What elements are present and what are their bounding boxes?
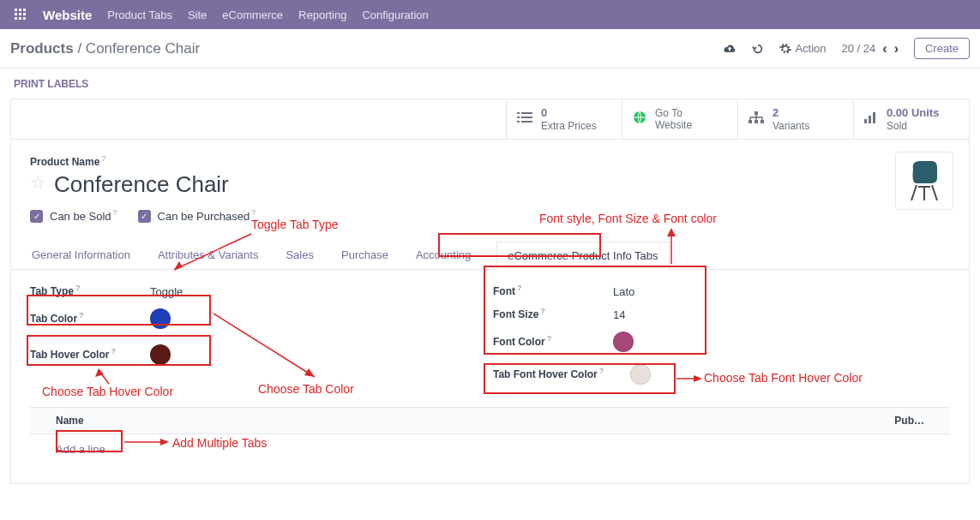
field-tab-color: Tab Color? [30, 308, 287, 329]
menu-reporting[interactable]: Reporting [298, 9, 346, 21]
svg-rect-20 [864, 119, 867, 123]
right-column: Font? Lato Font Size? 14 Font Color? Tab… [493, 285, 750, 400]
tab-type-value[interactable]: Toggle [150, 285, 183, 298]
undo-icon[interactable] [752, 43, 764, 55]
tab-accounting[interactable]: Accounting [414, 242, 472, 269]
tab-content: Tab Type? Toggle Tab Color? Tab Hover Co… [11, 270, 969, 407]
tab-sales[interactable]: Sales [284, 242, 316, 269]
create-button[interactable]: Create [914, 38, 970, 59]
field-font-color: Font Color? [493, 332, 750, 352]
svg-rect-12 [521, 117, 532, 118]
top-menu-bar: Website Product Tabs Site eCommerce Repo… [0, 0, 980, 29]
product-name[interactable]: Conference Chair [54, 171, 229, 198]
app-brand[interactable]: Website [43, 8, 92, 22]
tab-font-hover-color-swatch[interactable] [630, 364, 651, 385]
tab-general-information[interactable]: General Information [30, 242, 132, 269]
product-name-label: Product Name [30, 156, 99, 168]
can-be-sold-checkbox[interactable]: ✓ Can be Sold? [30, 210, 117, 223]
stat-variants[interactable]: 2Variants [737, 99, 853, 139]
svg-rect-6 [15, 17, 17, 20]
menu-configuration[interactable]: Configuration [362, 9, 428, 21]
breadcrumb-bar: Products / Conference Chair Action 20 / … [0, 29, 980, 69]
can-be-purchased-checkbox[interactable]: ✓ Can be Purchased? [138, 210, 256, 223]
menu-site[interactable]: Site [188, 9, 207, 21]
th-name: Name [56, 415, 881, 427]
breadcrumb-actions: Action 20 / 24 ‹ › Create [723, 38, 970, 59]
font-color-swatch[interactable] [613, 332, 634, 352]
bar-chart-icon [864, 111, 878, 126]
stat-goto-website[interactable]: Go ToWebsite [622, 99, 737, 139]
tab-purchase[interactable]: Purchase [340, 242, 390, 269]
globe-icon [633, 111, 646, 127]
pager-next[interactable]: › [894, 41, 899, 57]
breadcrumb: Products / Conference Chair [10, 40, 200, 57]
favorite-star-icon[interactable]: ☆ [30, 172, 45, 193]
product-image[interactable] [895, 152, 953, 210]
menu-ecommerce[interactable]: eCommerce [222, 9, 283, 21]
table-header: Name Pub… [30, 407, 950, 434]
svg-rect-17 [749, 120, 752, 123]
check-icon: ✓ [30, 210, 43, 223]
svg-rect-4 [19, 13, 21, 15]
add-a-line-button[interactable]: Add a line [30, 434, 950, 464]
check-icon: ✓ [138, 210, 151, 223]
svg-rect-18 [755, 120, 758, 123]
svg-rect-0 [15, 9, 17, 11]
tab-color-swatch[interactable] [150, 308, 171, 329]
form-container: 0Extra Prices Go ToWebsite 2Variants 0.0… [10, 99, 970, 484]
svg-rect-21 [869, 116, 871, 123]
cloud-upload-icon[interactable] [723, 43, 737, 55]
apps-icon[interactable] [14, 8, 27, 21]
field-font: Font? Lato [493, 285, 750, 298]
tab-hover-color-swatch[interactable] [150, 344, 171, 365]
th-pub: Pub… [881, 415, 924, 427]
field-tab-hover-color: Tab Hover Color? [30, 344, 287, 365]
action-dropdown[interactable]: Action [779, 42, 826, 55]
form-body: Product Name? ☆ Conference Chair ✓ Can b… [11, 140, 969, 230]
stat-extra-prices[interactable]: 0Extra Prices [506, 99, 622, 139]
svg-rect-3 [15, 13, 17, 15]
tab-attributes-variants[interactable]: Attributes & Variants [156, 242, 261, 269]
menu-product-tabs[interactable]: Product Tabs [107, 9, 172, 21]
print-labels-button[interactable]: PRINT LABELS [14, 78, 88, 90]
svg-rect-8 [23, 17, 26, 20]
svg-rect-14 [521, 121, 532, 123]
tab-ecommerce-product-info-tabs[interactable]: eCommerce Product Info Tabs [496, 242, 669, 270]
font-value[interactable]: Lato [613, 285, 634, 298]
svg-rect-7 [19, 17, 21, 20]
pager-text: 20 / 24 [842, 42, 876, 55]
gear-icon [779, 43, 791, 55]
table-section: Name Pub… Add a line [11, 407, 969, 483]
svg-rect-16 [755, 111, 758, 115]
pager: 20 / 24 ‹ › [842, 41, 899, 57]
font-size-value[interactable]: 14 [613, 308, 625, 321]
breadcrumb-current: Conference Chair [86, 40, 200, 57]
svg-rect-13 [517, 121, 520, 123]
svg-rect-22 [873, 112, 875, 123]
svg-rect-5 [23, 13, 26, 15]
subactions: PRINT LABELS [0, 69, 980, 99]
field-tab-font-hover-color: Tab Font Hover Color? [493, 364, 750, 385]
field-tab-type: Tab Type? Toggle [30, 285, 287, 298]
svg-rect-1 [19, 9, 21, 11]
svg-rect-10 [521, 112, 532, 114]
svg-rect-11 [517, 117, 520, 118]
left-column: Tab Type? Toggle Tab Color? Tab Hover Co… [30, 285, 287, 400]
field-font-size: Font Size? 14 [493, 308, 750, 321]
svg-rect-9 [517, 112, 520, 114]
tabs-row: General Information Attributes & Variant… [11, 242, 969, 270]
svg-rect-19 [761, 120, 764, 123]
list-icon [517, 111, 532, 126]
sitemap-icon [749, 111, 764, 126]
pager-prev[interactable]: ‹ [882, 41, 887, 57]
stats-bar: 0Extra Prices Go ToWebsite 2Variants 0.0… [11, 99, 969, 140]
breadcrumb-parent[interactable]: Products [10, 40, 74, 57]
stat-sold[interactable]: 0.00 UnitsSold [853, 99, 969, 139]
svg-rect-2 [23, 9, 26, 11]
